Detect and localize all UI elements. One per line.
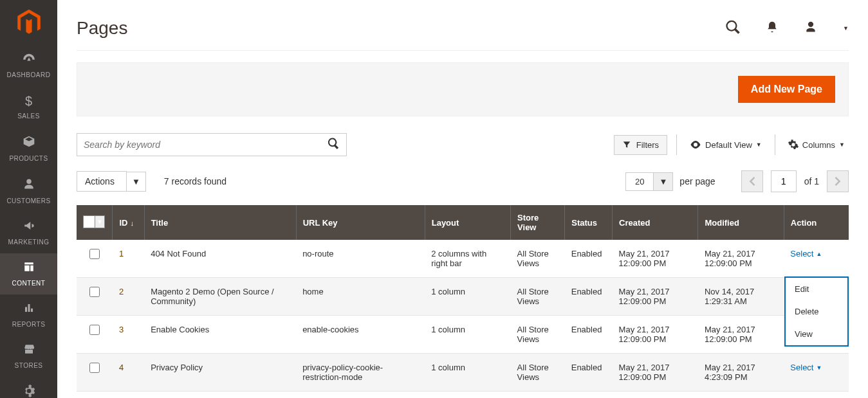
pagination: 20 ▼ per page of 1 bbox=[625, 170, 849, 192]
col-title-header[interactable]: Title bbox=[144, 205, 296, 240]
row-layout: 1 column bbox=[425, 354, 510, 392]
filters-label: Filters bbox=[636, 140, 659, 150]
add-new-page-button[interactable]: Add New Page bbox=[738, 76, 835, 103]
row-created: May 21, 2017 12:09:00 PM bbox=[613, 316, 698, 354]
search-box bbox=[77, 133, 347, 156]
prev-page-button[interactable] bbox=[741, 170, 763, 192]
col-storeview-header[interactable]: Store View bbox=[511, 205, 565, 240]
col-action-header: Action bbox=[784, 205, 849, 240]
row-checkbox[interactable] bbox=[89, 287, 100, 297]
row-id[interactable]: 3 bbox=[119, 325, 124, 334]
col-status-header[interactable]: Status bbox=[565, 205, 613, 240]
col-checkbox-header[interactable]: ▼ bbox=[77, 205, 113, 240]
actions-select[interactable]: Actions ▼ bbox=[77, 171, 146, 192]
col-id-header[interactable]: ID↓ bbox=[113, 205, 144, 240]
next-page-button[interactable] bbox=[827, 170, 849, 192]
table-row: 5About usabout-us1 columnAll Store Views… bbox=[77, 392, 849, 399]
gear-icon bbox=[23, 384, 35, 398]
sort-down-icon: ↓ bbox=[130, 219, 134, 227]
controls-row: Actions ▼ 7 records found 20 ▼ per page … bbox=[77, 170, 849, 192]
row-urlkey: enable-cookies bbox=[296, 316, 425, 354]
columns-button[interactable]: Columns ▼ bbox=[784, 135, 849, 154]
nav-label: REPORTS bbox=[12, 321, 46, 328]
per-page-select[interactable]: 20 ▼ bbox=[625, 172, 673, 191]
row-created: May 21, 2017 12:09:00 PM bbox=[613, 240, 698, 278]
sidebar: DASHBOARD $ SALES PRODUCTS CUSTOMERS MAR… bbox=[0, 0, 57, 398]
chevron-down-icon[interactable]: ▼ bbox=[654, 172, 673, 191]
actions-label: Actions bbox=[77, 171, 127, 192]
nav-sales[interactable]: $ SALES bbox=[0, 86, 57, 127]
divider bbox=[676, 134, 677, 155]
nav-system[interactable]: SYSTEM bbox=[0, 377, 57, 398]
row-layout: 2 columns with right bar bbox=[425, 240, 510, 278]
row-action-select[interactable]: Select ▼ bbox=[790, 363, 822, 372]
row-id[interactable]: 4 bbox=[119, 363, 124, 372]
header-icons: ▼ bbox=[726, 20, 849, 37]
row-action-select[interactable]: Select ▲ bbox=[790, 249, 822, 258]
page-input[interactable] bbox=[771, 170, 797, 192]
row-checkbox[interactable] bbox=[89, 363, 100, 373]
row-layout: 1 column bbox=[425, 392, 510, 399]
filters-button[interactable]: Filters bbox=[614, 135, 667, 155]
row-checkbox[interactable] bbox=[89, 249, 100, 259]
row-storeview: All Store Views bbox=[511, 316, 565, 354]
row-urlkey: about-us bbox=[296, 392, 425, 399]
nav-dashboard[interactable]: DASHBOARD bbox=[0, 45, 57, 86]
chevron-down-icon: ▼ bbox=[756, 141, 762, 148]
bell-icon[interactable] bbox=[766, 20, 779, 37]
chevron-down-icon[interactable]: ▼ bbox=[127, 172, 146, 192]
search-button[interactable] bbox=[327, 137, 340, 153]
search-icon[interactable] bbox=[726, 20, 740, 37]
row-title: 404 Not Found bbox=[144, 240, 296, 278]
row-storeview: All Store Views bbox=[511, 278, 565, 316]
table-row: 4Privacy Policyprivacy-policy-cookie-res… bbox=[77, 354, 849, 392]
row-created: May 21, 2017 bbox=[613, 392, 698, 399]
search-input[interactable] bbox=[84, 140, 327, 150]
row-storeview: All Store Views bbox=[511, 392, 565, 399]
search-icon bbox=[327, 137, 340, 150]
row-id[interactable]: 1 bbox=[119, 249, 124, 258]
storefront-icon bbox=[23, 343, 35, 358]
col-layout-header[interactable]: Layout bbox=[425, 205, 510, 240]
row-title: Magento 2 Demo (Open Source / Community) bbox=[144, 278, 296, 316]
dollar-icon: $ bbox=[25, 94, 32, 109]
user-dropdown-icon[interactable]: ▼ bbox=[843, 25, 849, 32]
default-view-button[interactable]: Default View ▼ bbox=[686, 136, 766, 154]
row-urlkey: home bbox=[296, 278, 425, 316]
dropdown-view[interactable]: View bbox=[786, 323, 847, 345]
col-urlkey-header[interactable]: URL Key bbox=[296, 205, 425, 240]
col-modified-header[interactable]: Modified bbox=[698, 205, 784, 240]
dropdown-delete[interactable]: Delete bbox=[786, 300, 847, 323]
page-title: Pages bbox=[77, 18, 127, 39]
row-storeview: All Store Views bbox=[511, 354, 565, 392]
user-icon[interactable] bbox=[804, 20, 817, 37]
page-of: of 1 bbox=[804, 176, 819, 186]
row-urlkey: privacy-policy-cookie-restriction-mode bbox=[296, 354, 425, 392]
row-id[interactable]: 2 bbox=[119, 287, 124, 296]
logo[interactable] bbox=[0, 0, 57, 45]
pages-table: ▼ ID↓ Title URL Key Layout Store View St… bbox=[77, 205, 849, 398]
nav-reports[interactable]: REPORTS bbox=[0, 294, 57, 336]
nav-products[interactable]: PRODUCTS bbox=[0, 127, 57, 170]
nav-label: DASHBOARD bbox=[7, 71, 51, 78]
nav-stores[interactable]: STORES bbox=[0, 336, 57, 377]
row-modified: May 21, 2017 12:09:00 PM bbox=[698, 316, 784, 354]
funnel-icon bbox=[622, 140, 631, 149]
default-view-label: Default View bbox=[705, 140, 752, 150]
row-layout: 1 column bbox=[425, 316, 510, 354]
nav-marketing[interactable]: MARKETING bbox=[0, 212, 57, 253]
col-created-header[interactable]: Created bbox=[613, 205, 698, 240]
nav-customers[interactable]: CUSTOMERS bbox=[0, 170, 57, 212]
nav-label: STORES bbox=[15, 362, 43, 369]
megaphone-icon bbox=[23, 220, 35, 235]
row-checkbox[interactable] bbox=[89, 325, 100, 335]
per-page-value: 20 bbox=[625, 172, 654, 191]
nav-content[interactable]: CONTENT bbox=[0, 253, 57, 294]
row-title: Enable Cookies bbox=[144, 316, 296, 354]
eye-icon bbox=[690, 140, 701, 149]
row-urlkey: no-route bbox=[296, 240, 425, 278]
per-page-label: per page bbox=[679, 176, 715, 186]
dropdown-edit[interactable]: Edit bbox=[786, 278, 847, 300]
table-row: 2Magento 2 Demo (Open Source / Community… bbox=[77, 278, 849, 316]
row-status: Enabled bbox=[565, 278, 613, 316]
